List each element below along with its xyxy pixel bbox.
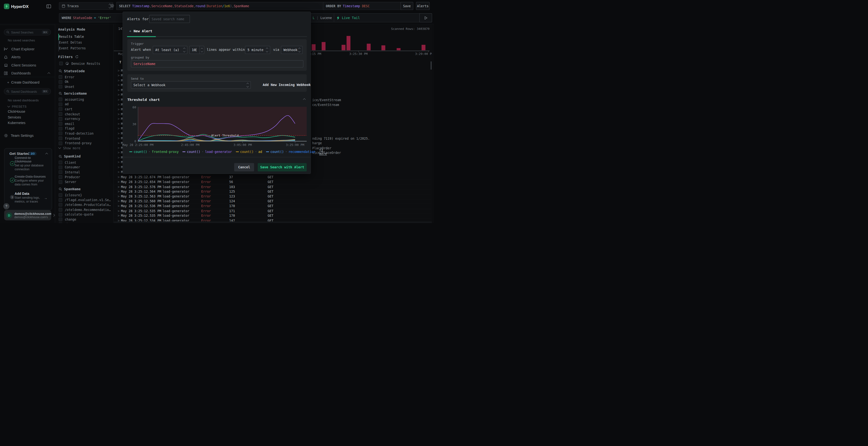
comparator-select[interactable]: At least (≥) <box>153 46 188 54</box>
checkbox[interactable] <box>59 218 62 221</box>
filter-option[interactable]: ad <box>59 102 113 107</box>
checkbox[interactable] <box>59 166 62 169</box>
checkbox[interactable] <box>59 62 63 65</box>
help-button[interactable]: ? <box>3 203 9 209</box>
table-row[interactable]: >May 28 3:25:12.564 PMload-generatorErro… <box>114 189 432 194</box>
checkbox[interactable] <box>59 112 62 116</box>
filter-option[interactable]: /oteldemo.Recommendatio… <box>59 207 113 212</box>
search-icon[interactable] <box>59 187 62 191</box>
expand-row-chevron-icon[interactable]: > <box>118 160 120 164</box>
expand-row-chevron-icon[interactable]: > <box>118 127 120 131</box>
table-row[interactable]: >May 28 3:25:12.674 PMload-generatorErro… <box>114 175 432 180</box>
expand-row-chevron-icon[interactable]: > <box>118 175 120 179</box>
filter-option[interactable]: charge <box>59 222 113 223</box>
source-select[interactable]: Traces <box>59 2 113 10</box>
filter-option[interactable]: Producer <box>59 175 113 179</box>
expand-row-chevron-icon[interactable]: > <box>118 146 120 150</box>
checkbox[interactable] <box>59 85 62 89</box>
expand-row-chevron-icon[interactable]: > <box>118 199 120 203</box>
checkbox[interactable] <box>59 107 62 111</box>
filter-option[interactable]: cart <box>59 107 113 111</box>
expand-row-chevron-icon[interactable]: > <box>118 190 120 194</box>
filter-option[interactable]: Internal <box>59 170 113 175</box>
expand-row-chevron-icon[interactable]: > <box>118 122 120 126</box>
analysis-tab-event-patterns[interactable]: Event Patterns <box>55 45 113 51</box>
checkbox[interactable] <box>59 222 62 223</box>
table-row[interactable]: >May 28 3:25:12.654 PMload-generatorErro… <box>114 180 432 185</box>
cancel-button[interactable]: Cancel <box>234 163 254 171</box>
filter-option[interactable]: Unset <box>59 84 113 89</box>
checkbox[interactable] <box>59 161 62 164</box>
alerts-button[interactable]: Alerts <box>416 2 429 10</box>
collapse-get-started-icon[interactable] <box>45 153 48 155</box>
save-search-with-alert-button[interactable]: Save Search with Alert <box>258 163 307 171</box>
expand-row-chevron-icon[interactable]: > <box>118 69 120 73</box>
horizontal-scrollbar-track[interactable] <box>114 221 432 223</box>
language-sql-partial[interactable]: L <box>313 16 315 20</box>
table-row[interactable]: >May 28 3:25:12.535 PMload-generatorErro… <box>114 214 432 219</box>
expand-row-chevron-icon[interactable]: > <box>118 83 120 87</box>
checkbox[interactable] <box>59 203 62 207</box>
search-icon[interactable] <box>59 92 62 95</box>
checkbox[interactable] <box>59 80 62 84</box>
filter-option[interactable]: Error <box>59 75 113 79</box>
expand-row-chevron-icon[interactable]: > <box>118 209 120 213</box>
select-query-input[interactable]: SELECT Timestamp,ServiceName,StatusCode,… <box>116 2 326 10</box>
filter-option[interactable]: Client <box>59 160 113 165</box>
window-select[interactable]: 5 minute <box>245 46 270 54</box>
saved-dashboards-input[interactable]: Saved Dashboards ⌘K <box>4 88 51 94</box>
analysis-tab-results-table[interactable]: Results Table <box>55 34 113 39</box>
table-row[interactable]: >May 28 3:25:12.563 PMload-generatorErro… <box>114 194 432 199</box>
expand-row-chevron-icon[interactable]: > <box>118 107 120 111</box>
checkbox[interactable] <box>59 132 62 135</box>
grouped-by-input[interactable]: ServiceName <box>131 60 303 67</box>
presets-toggle[interactable]: PRESETS <box>8 105 27 108</box>
expand-row-chevron-icon[interactable]: > <box>118 195 120 199</box>
preset-dashboard-services[interactable]: Services <box>8 115 21 119</box>
checkbox[interactable] <box>59 137 62 140</box>
filter-option[interactable]: /oteldemo.ProductCatalo… <box>59 203 113 207</box>
checkbox[interactable] <box>59 98 62 101</box>
table-row[interactable]: >May 28 3:25:12.560 PMload-generatorErro… <box>114 199 432 204</box>
analysis-tab-event-deltas[interactable]: Event Deltas <box>55 39 113 45</box>
save-button[interactable]: Save <box>401 2 413 10</box>
expand-row-chevron-icon[interactable]: > <box>118 165 120 169</box>
scrollbar-thumb[interactable] <box>431 61 431 70</box>
saved-searches-input[interactable]: Saved Searches ⌘K <box>4 29 51 35</box>
legend-more-link[interactable]: +3 more <box>319 148 327 156</box>
threshold-input[interactable]: 10 <box>189 46 204 54</box>
channel-select[interactable]: Webhook <box>281 46 303 54</box>
collapse-dashboards-icon[interactable] <box>48 72 50 75</box>
checkbox[interactable] <box>59 141 62 145</box>
live-tail-button[interactable]: Live Tail <box>334 13 422 23</box>
expand-row-chevron-icon[interactable]: > <box>118 214 120 218</box>
denoise-results-toggle[interactable]: Denoise Results <box>59 61 100 66</box>
checkbox[interactable] <box>59 117 62 121</box>
language-lucene[interactable]: Lucene <box>320 16 332 20</box>
filter-option[interactable]: Ok <box>59 79 113 84</box>
run-query-button[interactable] <box>419 13 432 23</box>
filter-option[interactable]: email <box>59 122 113 126</box>
expand-row-chevron-icon[interactable]: > <box>118 185 120 189</box>
expand-row-chevron-icon[interactable]: > <box>118 204 120 208</box>
sidebar-item-client-sessions[interactable]: Client Sessions <box>0 61 55 69</box>
filter-option[interactable]: calculate-quote <box>59 212 113 217</box>
expand-row-chevron-icon[interactable]: > <box>118 93 120 97</box>
tab-new-alert[interactable]: +New Alert <box>129 29 152 33</box>
add-webhook-link[interactable]: Add New Incoming Webhook <box>262 83 311 87</box>
checkbox[interactable] <box>59 103 62 106</box>
preset-dashboard-clickhouse[interactable]: ClickHouse <box>8 110 25 114</box>
expand-row-chevron-icon[interactable]: > <box>118 141 120 145</box>
checkbox[interactable] <box>59 75 62 79</box>
sidebar-item-dashboards[interactable]: Dashboards <box>0 69 55 77</box>
filter-option[interactable]: /flagd.evaluation.v1.Se… <box>59 198 113 202</box>
filter-option[interactable]: Server <box>59 179 113 184</box>
expand-row-chevron-icon[interactable]: > <box>118 151 120 155</box>
expand-row-chevron-icon[interactable]: > <box>118 156 120 160</box>
sidebar-item-alerts[interactable]: Alerts <box>0 53 55 61</box>
arrow-right-icon[interactable]: → <box>44 196 48 200</box>
refresh-icon[interactable] <box>75 55 79 59</box>
number-stepper[interactable] <box>199 46 204 54</box>
filter-option[interactable]: flagd <box>59 126 113 131</box>
search-icon[interactable] <box>59 69 62 73</box>
